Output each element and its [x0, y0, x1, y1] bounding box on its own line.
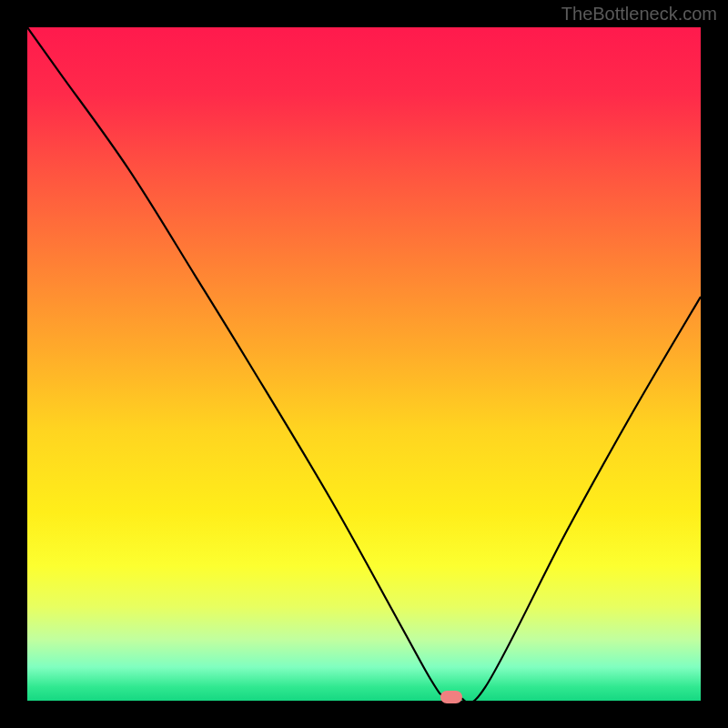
watermark-text: TheBottleneck.com: [561, 4, 717, 25]
optimal-point-marker: [440, 691, 462, 703]
chart-plot-area: [27, 27, 701, 701]
bottleneck-curve-path: [27, 27, 701, 701]
chart-curve-svg: [27, 27, 701, 701]
